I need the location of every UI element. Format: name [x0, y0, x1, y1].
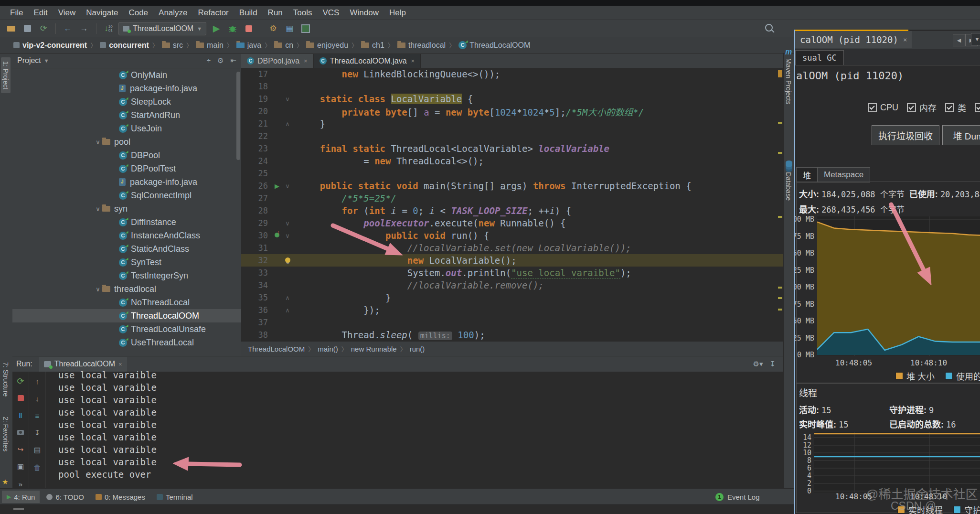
- close-icon[interactable]: ×: [903, 36, 907, 43]
- code-line-21[interactable]: 21∧ }: [241, 118, 783, 130]
- menu-item-edit[interactable]: Edit: [28, 8, 53, 18]
- fold-slot[interactable]: ∧: [282, 294, 293, 301]
- breadcrumb-item[interactable]: cn: [274, 41, 293, 50]
- statusbar-4-run[interactable]: ▶4: Run: [2, 491, 40, 503]
- memory-chip-icon[interactable]: [299, 23, 312, 34]
- perform-gc-button[interactable]: 执行垃圾回收: [872, 125, 939, 145]
- fold-slot[interactable]: ∨: [282, 232, 293, 239]
- gear-icon[interactable]: ⚙: [217, 56, 224, 65]
- tree-row-startandrun[interactable]: CStartAndRun: [12, 108, 241, 122]
- toolwindow-project-button[interactable]: 1: Project: [1, 57, 11, 93]
- menu-item-code[interactable]: Code: [123, 8, 153, 18]
- tree-row-testintegersyn[interactable]: CTestIntegerSyn: [12, 269, 241, 282]
- tree-row-sqlconnectimpl[interactable]: CSqlConnectImpl: [12, 189, 241, 202]
- tree-row-dbpooltest[interactable]: CDBPoolTest: [12, 162, 241, 175]
- editor-breadcrumb-item[interactable]: main(): [318, 345, 338, 353]
- toolwindow-favorites-button[interactable]: 2: Favorites: [2, 417, 10, 451]
- code-line-20[interactable]: 20 private byte[] a = new byte[1024*1024…: [241, 105, 783, 118]
- code-line-32[interactable]: 32 new LocalVariable();: [241, 254, 783, 267]
- code-line-30[interactable]: 30∨ public void run() {: [241, 229, 783, 242]
- run-button[interactable]: ▶: [210, 23, 223, 34]
- checkbox-cpu[interactable]: CPU: [868, 101, 898, 114]
- tree-row-pool[interactable]: ∨pool: [12, 135, 241, 149]
- code-line-22[interactable]: 22: [241, 130, 783, 142]
- chevron-expanded-icon[interactable]: ∨: [94, 286, 102, 293]
- tree-row-threadlocal[interactable]: ∨threadlocal: [12, 282, 241, 296]
- breadcrumb-item[interactable]: enjoyedu: [306, 41, 348, 50]
- code-line-18[interactable]: 18: [241, 80, 783, 93]
- menu-item-refactor[interactable]: Refactor: [193, 8, 234, 18]
- back-icon[interactable]: ←: [62, 23, 74, 34]
- toolwindow-database-button[interactable]: Database: [785, 172, 792, 201]
- visualvm-process-tab[interactable]: calOOM (pid 11020) ×: [795, 31, 912, 48]
- print-icon[interactable]: ▤: [32, 445, 42, 455]
- menu-item-window[interactable]: Window: [344, 8, 383, 18]
- code-line-26[interactable]: 26▶∨ public static void main(String[] ar…: [241, 180, 783, 192]
- menu-item-build[interactable]: Build: [234, 8, 263, 18]
- tree-row-usejoin[interactable]: CUseJoin: [12, 122, 241, 135]
- code-line-28[interactable]: 28 for (int i = 0; i < TASK_LOOP_SIZE; +…: [241, 204, 783, 217]
- chevron-expanded-icon[interactable]: ∨: [94, 139, 102, 146]
- error-stripe[interactable]: [778, 68, 783, 341]
- settings-wrench-icon[interactable]: ⚙: [267, 23, 279, 34]
- close-icon[interactable]: ×: [411, 57, 415, 64]
- close-icon[interactable]: ×: [118, 361, 122, 368]
- menu-item-run[interactable]: Run: [263, 8, 288, 18]
- fold-slot[interactable]: ∨: [282, 182, 293, 190]
- heap-dump-button[interactable]: 堆 Dump: [942, 125, 980, 145]
- menu-item-vcs[interactable]: VCS: [318, 8, 345, 18]
- debug-button[interactable]: [226, 23, 239, 34]
- code-line-25[interactable]: 25: [241, 167, 783, 180]
- tree-row-staticandclass[interactable]: CStaticAndClass: [12, 242, 241, 256]
- code-line-37[interactable]: 37: [241, 316, 783, 329]
- override-marker-icon[interactable]: [275, 233, 279, 237]
- scroll-to-end-icon[interactable]: ↧: [32, 428, 42, 438]
- menu-item-view[interactable]: View: [53, 8, 81, 18]
- fold-slot[interactable]: ∧: [282, 307, 293, 314]
- tree-row-package-info-java[interactable]: package-info.java: [12, 175, 241, 189]
- memory-tab-heap[interactable]: 堆: [796, 167, 818, 182]
- tree-row-diffinstance[interactable]: CDiffInstance: [12, 215, 241, 229]
- editor-tab-threadlocaloom-java[interactable]: CThreadLocalOOM.java×: [314, 54, 421, 68]
- stop-button[interactable]: [16, 394, 25, 403]
- checkbox-类[interactable]: 类: [945, 101, 966, 114]
- up-stack-icon[interactable]: ↑: [32, 376, 42, 386]
- code-line-33[interactable]: 33 System.out.println("use local varaibl…: [241, 267, 783, 279]
- more-actions-icon[interactable]: »: [16, 479, 25, 489]
- menu-item-tools[interactable]: Tools: [288, 8, 318, 18]
- breadcrumb-item[interactable]: threadlocal: [397, 41, 446, 50]
- code-line-23[interactable]: 23 final static ThreadLocal<LocalVariabl…: [241, 142, 783, 155]
- project-panel-title[interactable]: Project: [17, 56, 41, 65]
- code-line-27[interactable]: 27 /*5*5=25*/: [241, 192, 783, 204]
- breadcrumb-item[interactable]: src: [162, 41, 183, 50]
- save-icon[interactable]: [21, 23, 33, 34]
- code-area[interactable]: 17 new LinkedBlockingQueue<>());1819∨ st…: [241, 68, 783, 341]
- sync-icon[interactable]: ⟳: [37, 23, 50, 34]
- code-line-35[interactable]: 35∧ }: [241, 291, 783, 304]
- search-icon[interactable]: [764, 23, 776, 34]
- console-view-icon[interactable]: ▣: [16, 462, 25, 471]
- close-icon[interactable]: ×: [304, 57, 308, 64]
- code-line-29[interactable]: 29∨ poolExecutor.execute(new Runnable() …: [241, 217, 783, 229]
- visual-gc-subtab[interactable]: sual GC: [795, 50, 844, 65]
- open-folder-icon[interactable]: [5, 23, 17, 34]
- rerun-button[interactable]: ⟳: [16, 376, 25, 386]
- code-line-36[interactable]: 36∧ });: [241, 304, 783, 316]
- tree-row-syn[interactable]: ∨syn: [12, 202, 241, 215]
- breadcrumb-item[interactable]: CThreadLocalOOM: [458, 41, 530, 50]
- code-line-19[interactable]: 19∨ static class LocalVariable {: [241, 93, 783, 105]
- run-config-select[interactable]: ThreadLocalOOM ▼: [118, 22, 206, 35]
- checkbox-线程[interactable]: 线程: [975, 101, 980, 114]
- fold-slot[interactable]: [282, 257, 293, 264]
- statusbar-terminal[interactable]: Terminal: [152, 491, 198, 503]
- breadcrumb-item[interactable]: vip-v2-concurrent: [13, 41, 87, 50]
- tree-row-sleeplock[interactable]: CSleepLock: [12, 95, 241, 108]
- menu-item-file[interactable]: File: [5, 8, 28, 18]
- tree-row-instanceandclass[interactable]: CInstanceAndClass: [12, 229, 241, 242]
- breadcrumb-item[interactable]: concurrent: [100, 41, 149, 50]
- code-line-38[interactable]: 38 Thread.sleep( millis: 100);: [241, 329, 783, 341]
- camera-icon[interactable]: [16, 428, 25, 438]
- breadcrumb-item[interactable]: main: [196, 41, 224, 50]
- tree-row-onlymain[interactable]: COnlyMain: [12, 68, 241, 82]
- collapse-all-icon[interactable]: ÷: [207, 56, 211, 65]
